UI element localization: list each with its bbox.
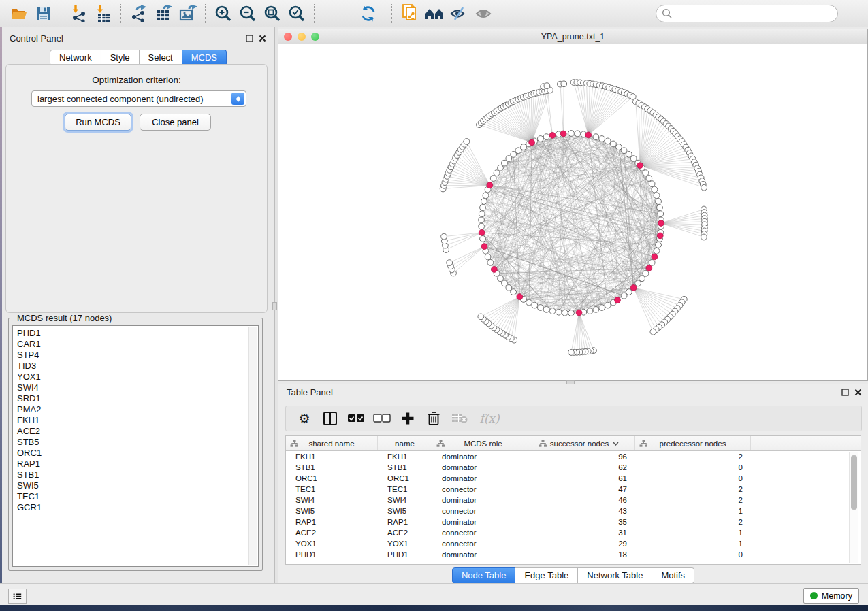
table-cell: dominator	[432, 451, 534, 462]
export-network-button[interactable]	[127, 2, 151, 25]
mcds-result-item[interactable]: YOX1	[17, 371, 258, 382]
column-type-icon	[290, 439, 299, 448]
function-builder-button[interactable]: f(x)	[475, 408, 504, 429]
tab-edge-table[interactable]: Edge Table	[515, 567, 578, 584]
hide-selected-button[interactable]	[447, 2, 471, 25]
eye-slash-icon	[449, 5, 468, 22]
delete-column-button[interactable]	[423, 408, 444, 429]
mcds-result-item[interactable]: PMA2	[17, 404, 258, 415]
table-row[interactable]: FKH1FKH1dominator962	[286, 451, 861, 462]
first-neighbors-button[interactable]	[422, 2, 447, 25]
mcds-result-item[interactable]: STP4	[17, 350, 258, 361]
close-table-panel-button[interactable]	[854, 388, 863, 397]
import-table-button[interactable]	[91, 2, 116, 25]
mcds-result-item[interactable]: TEC1	[17, 491, 258, 502]
table-row[interactable]: PHD1PHD1dominator180	[286, 549, 861, 560]
deselect-all-columns-button[interactable]	[372, 408, 392, 429]
table-row[interactable]: RAP1RAP1dominator352	[286, 516, 861, 527]
node-table-header: shared name name MCDS role successor nod…	[286, 436, 861, 451]
mcds-result-item[interactable]: SWI4	[17, 382, 258, 393]
table-row[interactable]: SWI5SWI5connector431	[286, 506, 861, 516]
zoom-out-button[interactable]	[236, 2, 260, 25]
tab-network-table[interactable]: Network Table	[578, 567, 652, 584]
mcds-result-item[interactable]: STB1	[17, 469, 258, 480]
export-table-button[interactable]	[151, 2, 176, 25]
table-cell: RAP1	[378, 516, 432, 527]
tab-motifs[interactable]: Motifs	[652, 567, 694, 584]
zoom-in-button[interactable]	[211, 2, 236, 25]
table-cell: 2	[635, 451, 751, 462]
run-mcds-button[interactable]: Run MCDS	[65, 114, 131, 131]
search-input[interactable]	[656, 5, 838, 22]
table-row[interactable]: TEC1TEC1connector472	[286, 484, 861, 495]
memory-button[interactable]: Memory	[803, 588, 859, 604]
table-row[interactable]: ACE2ACE2connector311	[286, 527, 861, 538]
table-cell: 29	[534, 538, 635, 549]
close-panel-x-button[interactable]	[258, 34, 267, 43]
toolbar-separator	[205, 4, 206, 23]
table-cell: 2	[635, 484, 751, 495]
zoom-selected-icon	[288, 5, 306, 22]
column-header-shared-name[interactable]: shared name	[286, 436, 378, 450]
table-cell: 1	[635, 506, 751, 516]
mcds-result-item[interactable]: SWI5	[17, 480, 258, 491]
export-image-button[interactable]	[176, 2, 200, 25]
mcds-result-item[interactable]: FKH1	[17, 415, 258, 426]
zoom-fit-button[interactable]	[260, 2, 285, 25]
network-canvas[interactable]	[278, 44, 867, 380]
create-column-button[interactable]	[398, 408, 418, 429]
float-table-panel-button[interactable]	[841, 388, 850, 397]
mcds-result-item[interactable]: CAR1	[17, 339, 258, 350]
table-row[interactable]: SWI4SWI4dominator462	[286, 495, 861, 506]
table-row[interactable]: YOX1YOX1connector291	[286, 538, 861, 549]
column-header-mcds-role[interactable]: MCDS role	[432, 436, 534, 450]
column-header-successor-nodes[interactable]: successor nodes	[534, 436, 635, 450]
show-columns-button[interactable]	[320, 408, 340, 429]
select-all-columns-button[interactable]	[346, 408, 366, 429]
table-cell: dominator	[432, 549, 534, 560]
table-row[interactable]: STB1STB1dominator620	[286, 462, 861, 473]
float-panel-button[interactable]	[245, 34, 254, 43]
save-session-button[interactable]	[31, 2, 56, 25]
mcds-result-item[interactable]: SRD1	[17, 393, 258, 404]
table-settings-button[interactable]: ⚙	[294, 408, 315, 429]
mcds-result-item[interactable]: STB5	[17, 437, 258, 448]
close-panel-button[interactable]: Close panel	[140, 114, 211, 131]
table-scrollbar[interactable]	[849, 452, 858, 563]
table-cell: 43	[534, 506, 635, 516]
network-window: YPA_prune.txt_1	[278, 29, 868, 381]
node-table: shared name name MCDS role successor nod…	[285, 435, 861, 565]
table-toolbar: ⚙ f(x)	[285, 406, 862, 431]
table-row[interactable]: ORC1ORC1dominator610	[286, 473, 861, 484]
import-network-button[interactable]	[67, 2, 91, 25]
delete-table-button[interactable]	[449, 408, 470, 429]
mcds-list-scrollbar[interactable]	[248, 327, 257, 565]
mcds-result-item[interactable]: ORC1	[17, 448, 258, 459]
criterion-dropdown[interactable]: largest connected component (undirected)	[31, 90, 246, 107]
table-panel-title: Table Panel	[287, 387, 333, 397]
mcds-result-item[interactable]: GCR1	[17, 502, 258, 513]
mcds-result-item[interactable]: ACE2	[17, 426, 258, 437]
column-header-name[interactable]: name	[378, 436, 432, 450]
table-cell: ORC1	[378, 473, 432, 484]
zoom-selected-button[interactable]	[285, 2, 309, 25]
show-panels-list-button[interactable]	[8, 589, 27, 604]
network-from-selection-button[interactable]	[398, 2, 422, 25]
show-all-button[interactable]	[471, 2, 496, 25]
vertical-splitter-handle[interactable]	[272, 302, 277, 310]
table-cell: STB1	[378, 462, 432, 473]
tab-node-table[interactable]: Node Table	[452, 567, 516, 584]
mcds-result-item[interactable]: TID3	[17, 361, 258, 371]
column-header-predecessor-nodes[interactable]: predecessor nodes	[635, 436, 751, 450]
first-neighbors-icon	[424, 5, 445, 22]
network-window-titlebar[interactable]: YPA_prune.txt_1	[278, 29, 867, 44]
table-cell: ACE2	[286, 527, 378, 538]
toolbar-separator	[120, 4, 122, 23]
table-scrollbar-thumb[interactable]	[851, 455, 857, 510]
open-file-button[interactable]	[7, 2, 31, 25]
mcds-result-item[interactable]: RAP1	[17, 459, 258, 469]
toolbar-separator	[391, 4, 393, 23]
table-cell: 35	[534, 516, 635, 527]
apply-layout-button[interactable]	[356, 2, 381, 25]
mcds-result-item[interactable]: PHD1	[17, 328, 258, 339]
